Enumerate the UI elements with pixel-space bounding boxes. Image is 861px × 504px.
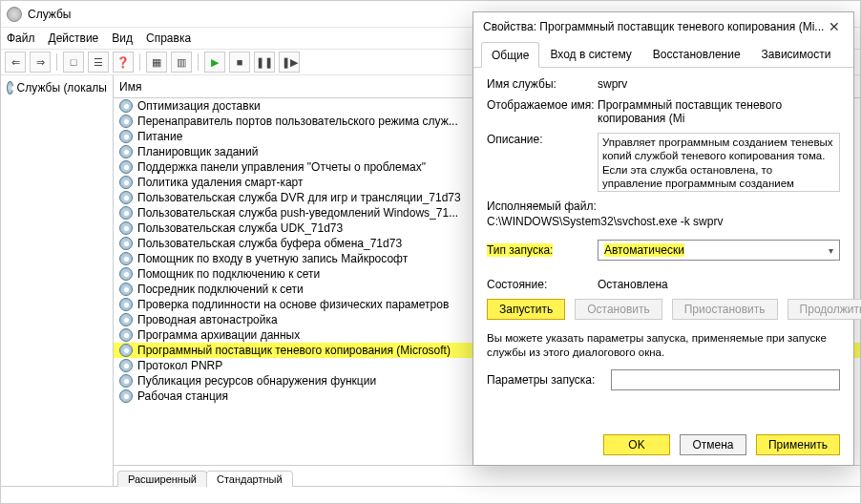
ok-button[interactable]: OK: [603, 434, 670, 455]
note-text: Вы можете указать параметры запуска, при…: [487, 331, 840, 360]
startup-type-value: Автоматически: [604, 243, 684, 257]
pause-button: Приостановить: [672, 299, 778, 320]
forward-button[interactable]: ⇒: [30, 52, 51, 73]
service-name-label: Рабочая станция: [137, 389, 228, 403]
gear-icon: [119, 237, 133, 250]
gear-icon: [119, 99, 133, 113]
service-name-label: Помощник по подключению к сети: [137, 267, 320, 281]
bottom-tabs: Расширенный Стандартный: [114, 465, 860, 486]
tab-logon[interactable]: Вход в систему: [539, 41, 641, 67]
gear-icon: [119, 160, 133, 174]
service-name-label: Питание: [137, 130, 182, 143]
service-name-label: Проводная автонастройка: [137, 313, 278, 326]
service-name-label: Пользовательская служба push-уведомлений…: [137, 206, 458, 220]
gear-icon: [119, 115, 133, 128]
gear-icon: [119, 389, 133, 403]
view2-button[interactable]: ▥: [171, 52, 192, 73]
dialog-body: Имя службы: swprv Отображаемое имя: Прог…: [473, 68, 853, 406]
label-exe: Исполняемый файл:: [487, 200, 840, 213]
service-name-label: Пользовательская служба UDK_71d73: [137, 221, 343, 235]
tab-dependencies[interactable]: Зависимости: [751, 41, 842, 67]
gear-icon: [119, 313, 133, 326]
tab-extended[interactable]: Расширенный: [117, 471, 207, 487]
back-button[interactable]: ⇐: [5, 52, 26, 73]
window-title: Службы: [28, 8, 71, 21]
service-name-label: Планировщик заданий: [137, 145, 258, 158]
service-name-label: Перенаправитель портов пользовательского…: [137, 115, 458, 128]
service-name-label: Пользовательская служба DVR для игр и тр…: [137, 191, 461, 204]
chevron-down-icon: ▾: [829, 245, 833, 256]
close-icon[interactable]: ✕: [825, 19, 844, 34]
dialog-tabs: Общие Вход в систему Восстановление Зави…: [473, 41, 853, 68]
stop-button: Остановить: [575, 299, 662, 320]
play-button[interactable]: ▶: [204, 52, 225, 73]
menu-help[interactable]: Справка: [146, 32, 191, 45]
gear-icon: [119, 359, 133, 372]
statusbar: [1, 486, 860, 503]
gear-icon: [119, 283, 133, 296]
tree-root-label: Службы (локалы: [17, 81, 107, 94]
label-display-name: Отображаемое имя:: [487, 98, 598, 125]
pause-button[interactable]: ❚❚: [254, 52, 275, 73]
service-name-label: Помощник по входу в учетную запись Майкр…: [137, 252, 408, 265]
dialog-title: Свойства: Программный поставщик теневого…: [483, 20, 825, 33]
tab-standard[interactable]: Стандартный: [206, 471, 293, 487]
service-name-label: Пользовательская служба буфера обмена_71…: [137, 237, 402, 250]
resume-button: Продолжить: [788, 299, 861, 320]
value-state: Остановлена: [598, 278, 840, 291]
label-startup-type: Тип запуска:: [487, 243, 553, 257]
label-state: Состояние:: [487, 278, 598, 291]
service-properties-dialog: Свойства: Программный поставщик теневого…: [472, 11, 854, 466]
label-start-params: Параметры запуска:: [487, 373, 611, 387]
gear-icon: [119, 191, 133, 204]
dialog-titlebar: Свойства: Программный поставщик теневого…: [473, 12, 853, 41]
service-name-label: Проверка подлинности на основе физически…: [137, 298, 449, 311]
gear-icon: [119, 374, 133, 388]
tree-root-services[interactable]: Службы (локалы: [3, 79, 111, 96]
refresh-button[interactable]: ☰: [88, 52, 109, 73]
apply-button[interactable]: Применить: [756, 434, 840, 455]
props-button[interactable]: □: [63, 52, 84, 73]
app-icon: [7, 7, 22, 22]
service-name-label: Оптимизация доставки: [137, 99, 261, 113]
label-service-name: Имя службы:: [487, 77, 598, 91]
stop-button[interactable]: ■: [229, 52, 250, 73]
gear-icon: [119, 267, 133, 281]
start-button[interactable]: Запустить: [487, 299, 565, 320]
service-name-label: Посредник подключений к сети: [137, 283, 304, 296]
dialog-footer: OK Отмена Применить: [603, 434, 840, 455]
label-description: Описание:: [487, 133, 598, 192]
gear-icon: [119, 206, 133, 220]
value-description: Управляет программным созданием теневых …: [598, 133, 840, 192]
cancel-button[interactable]: Отмена: [680, 434, 746, 455]
gear-icon: [119, 328, 133, 342]
menu-view[interactable]: Вид: [112, 32, 133, 45]
tab-general[interactable]: Общие: [481, 42, 539, 68]
gear-icon: [119, 145, 133, 158]
view1-button[interactable]: ▦: [146, 52, 167, 73]
service-name-label: Поддержка панели управления "Отчеты о пр…: [137, 160, 426, 174]
start-params-input[interactable]: [611, 369, 840, 390]
gear-icon: [119, 344, 133, 357]
value-display-name: Программный поставщик теневого копирован…: [598, 98, 840, 125]
tree-pane: Службы (локалы: [1, 75, 114, 486]
service-name-label: Программный поставщик теневого копирован…: [137, 344, 451, 357]
service-name-label: Протокол PNRP: [137, 359, 222, 372]
gear-icon: [119, 252, 133, 265]
value-service-name: swprv: [598, 77, 840, 91]
gear-icon: [119, 221, 133, 235]
menu-file[interactable]: Файл: [7, 32, 35, 45]
tab-recovery[interactable]: Восстановление: [642, 41, 751, 67]
gear-icon: [7, 81, 13, 94]
gear-icon: [119, 176, 133, 189]
resume-button[interactable]: ❚▶: [279, 52, 300, 73]
startup-type-select[interactable]: Автоматически ▾: [598, 240, 840, 261]
service-name-label: Программа архивации данных: [137, 328, 300, 342]
service-name-label: Публикация ресурсов обнаружения функции: [137, 374, 376, 388]
gear-icon: [119, 298, 133, 311]
service-name-label: Политика удаления смарт-карт: [137, 176, 304, 189]
menu-action[interactable]: Действие: [49, 32, 99, 45]
value-exe-path: C:\WINDOWS\System32\svchost.exe -k swprv: [487, 215, 840, 228]
export-button[interactable]: ❓: [113, 52, 134, 73]
gear-icon: [119, 130, 133, 143]
